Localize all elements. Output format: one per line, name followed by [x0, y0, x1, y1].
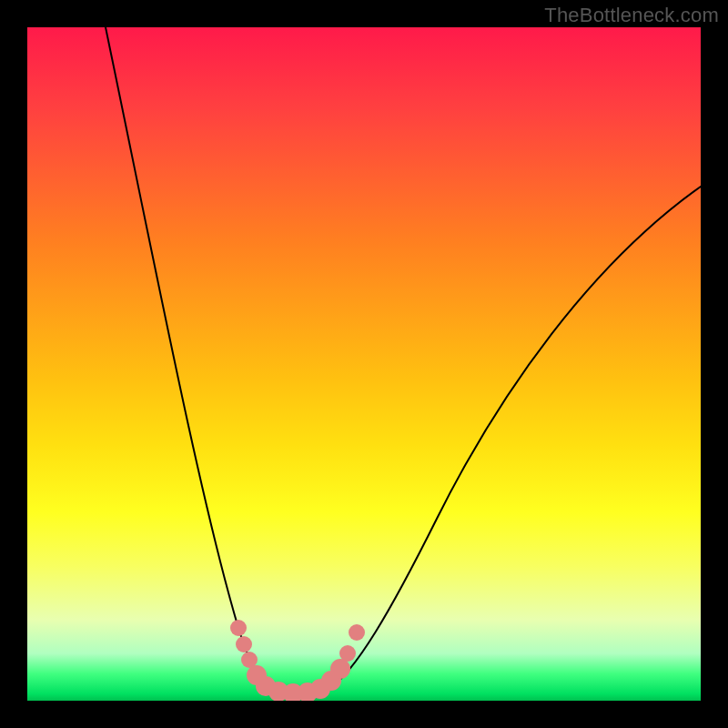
marker-1 — [236, 636, 252, 652]
curve-svg — [27, 27, 701, 701]
chart-frame: TheBottleneck.com — [0, 0, 728, 728]
marker-group — [230, 620, 365, 701]
watermark-text: TheBottleneck.com — [544, 4, 719, 27]
curve-left-branch — [106, 27, 273, 690]
marker-12 — [349, 624, 365, 641]
marker-11 — [339, 645, 356, 662]
plot-area — [27, 27, 701, 701]
marker-0 — [230, 620, 247, 636]
marker-10 — [330, 659, 350, 679]
curve-right-branch — [328, 187, 701, 690]
